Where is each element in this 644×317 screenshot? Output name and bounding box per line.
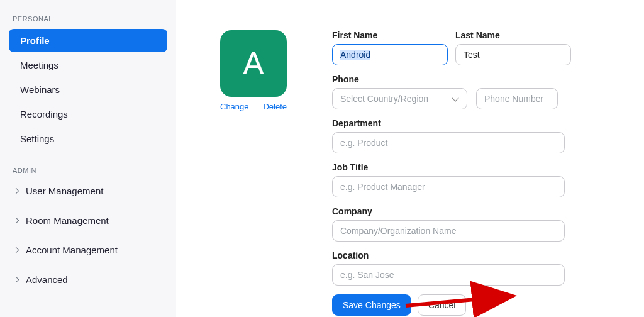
admin-item-label: Room Management (26, 215, 109, 226)
avatar-initial: A (243, 45, 264, 82)
avatar-change-link[interactable]: Change (220, 102, 249, 111)
nav-item-profile[interactable]: Profile (9, 29, 167, 52)
job-title-label: Job Title (332, 162, 571, 172)
chevron-down-icon (452, 94, 458, 101)
company-label: Company (332, 206, 571, 216)
form-actions: Save Changes Cancel (332, 294, 571, 316)
last-name-input[interactable] (455, 44, 571, 65)
country-region-select[interactable]: Select Country/Region (332, 88, 467, 109)
sidebar: PERSONAL Profile Meetings Webinars Recor… (0, 0, 176, 317)
admin-item-label: Advanced (26, 274, 68, 285)
location-input[interactable] (332, 264, 565, 286)
nav-items-admin: User Management Room Management Account … (9, 181, 167, 290)
department-label: Department (332, 118, 571, 128)
chevron-right-icon (13, 218, 19, 224)
avatar: A (220, 30, 287, 97)
sidebar-header-admin: ADMIN (13, 167, 167, 174)
location-label: Location (332, 250, 571, 260)
nav-items-personal: Profile Meetings Webinars Recordings Set… (9, 29, 167, 150)
admin-item-account-management[interactable]: Account Management (9, 240, 167, 260)
cancel-button[interactable]: Cancel (418, 294, 467, 316)
company-input[interactable] (332, 220, 565, 242)
nav-item-settings[interactable]: Settings (9, 127, 167, 150)
nav-item-webinars[interactable]: Webinars (9, 78, 167, 101)
nav-item-recordings[interactable]: Recordings (9, 103, 167, 126)
admin-item-advanced[interactable]: Advanced (9, 269, 167, 290)
admin-item-room-management[interactable]: Room Management (9, 210, 167, 231)
save-changes-button[interactable]: Save Changes (332, 294, 411, 316)
first-name-value: Android (340, 50, 370, 60)
chevron-right-icon (13, 247, 19, 253)
job-title-input[interactable] (332, 176, 565, 197)
last-name-label: Last Name (455, 30, 571, 40)
country-placeholder: Select Country/Region (340, 94, 428, 104)
first-name-label: First Name (332, 30, 448, 40)
admin-item-label: Account Management (26, 245, 118, 255)
department-input[interactable] (332, 132, 565, 153)
first-name-input[interactable]: Android (332, 44, 448, 65)
avatar-delete-link[interactable]: Delete (263, 102, 287, 111)
phone-label: Phone (332, 74, 571, 84)
avatar-column: A Change Delete (220, 30, 296, 304)
main-content: A Change Delete First Name Android Last … (176, 0, 644, 317)
profile-form: First Name Android Last Name Phone Selec… (332, 30, 571, 304)
admin-item-label: User Management (26, 186, 103, 196)
chevron-right-icon (13, 188, 19, 194)
phone-number-input[interactable] (476, 88, 558, 109)
sidebar-header-personal: PERSONAL (13, 15, 167, 23)
chevron-right-icon (13, 277, 19, 283)
nav-item-meetings[interactable]: Meetings (9, 53, 167, 77)
avatar-links: Change Delete (220, 102, 287, 111)
admin-item-user-management[interactable]: User Management (9, 181, 167, 201)
